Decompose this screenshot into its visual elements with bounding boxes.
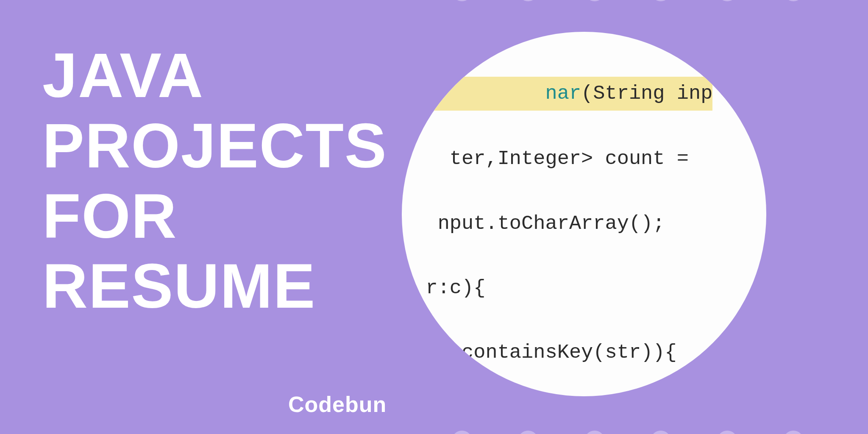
dot-icon: [584, 431, 605, 434]
dot-icon: [584, 0, 605, 1]
dot-icon: [717, 0, 737, 1]
dot-icon: [783, 0, 804, 1]
title-line: RESUME: [42, 251, 387, 321]
code-line: ter,Integer> count =: [402, 143, 766, 175]
code-token: nar: [545, 82, 581, 105]
code-snippet: nar(String inp ter,Integer> count = nput…: [402, 45, 766, 396]
title-line: FOR: [42, 181, 387, 251]
dot-icon: [518, 431, 538, 434]
dot-icon: [452, 0, 472, 1]
code-line: nt.containsKey(str)){: [402, 337, 766, 369]
dot-icon: [651, 0, 671, 1]
dot-icon: [717, 431, 737, 434]
code-preview-circle: nar(String inp ter,Integer> count = nput…: [402, 32, 766, 396]
code-line: nput.toCharArray();: [402, 208, 766, 240]
code-line: r:c){: [402, 272, 766, 304]
dot-icon: [783, 431, 804, 434]
code-token: (String inp: [581, 82, 712, 105]
brand-label: Codebun: [288, 392, 387, 417]
decorative-dots-top: [430, 0, 826, 1]
page-title: JAVA PROJECTS FOR RESUME: [42, 40, 387, 321]
decorative-dots-bottom: [430, 431, 826, 434]
title-line: JAVA: [42, 40, 387, 111]
title-line: PROJECTS: [42, 111, 387, 181]
dot-icon: [651, 431, 671, 434]
dot-icon: [518, 0, 538, 1]
dot-icon: [452, 431, 472, 434]
